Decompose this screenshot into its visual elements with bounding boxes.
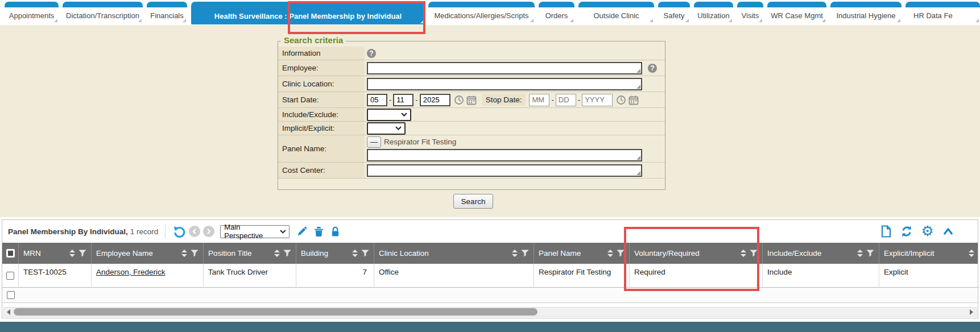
employee-link[interactable]: Anderson, Frederick (96, 268, 166, 276)
pencil-icon (296, 226, 307, 237)
new-document-icon[interactable] (880, 225, 892, 238)
next-page-button[interactable] (203, 226, 214, 237)
header-cell-include-exclude: Include/Exclude (763, 243, 879, 264)
header-checkbox-cell (2, 243, 19, 264)
remove-panel-button[interactable]: — (367, 136, 381, 148)
scroll-left-button[interactable] (4, 308, 13, 316)
scroll-right-button[interactable] (967, 308, 976, 316)
stop-month-input[interactable] (529, 94, 549, 106)
sort-icon[interactable] (181, 250, 187, 257)
sort-icon[interactable] (274, 250, 280, 257)
employee-input[interactable] (367, 62, 642, 74)
dropdown-chevron-icon (395, 126, 402, 130)
gear-icon[interactable]: ⚙ (921, 226, 934, 237)
column-label: Explicit/Implicit (884, 249, 934, 258)
delete-perspective-button[interactable] (314, 226, 324, 237)
sort-icon[interactable] (969, 250, 974, 257)
tab-safety[interactable]: Safety (658, 2, 690, 23)
sort-icon[interactable] (741, 250, 746, 257)
stop-year-input[interactable] (582, 94, 613, 106)
tab-label: Medications/Allergies/Scripts (434, 11, 528, 20)
filter-funnel-icon[interactable] (283, 250, 291, 257)
row-checkbox[interactable] (6, 272, 14, 280)
column-label: Voluntary/Required (634, 249, 700, 258)
tab-utilization[interactable]: Utilization (694, 2, 733, 23)
tab-label: WR Case Mgmt (771, 11, 823, 20)
filter-funnel-icon[interactable] (521, 250, 529, 257)
tab-label: Utilization (697, 11, 729, 20)
next-icon (206, 228, 212, 235)
empty-table-row (2, 288, 978, 303)
lock-icon (330, 226, 340, 237)
tab-medications-allergies-scripts[interactable]: Medications/Allergies/Scripts (428, 2, 535, 23)
edit-perspective-button[interactable] (296, 226, 307, 237)
selected-panel-name: Respirator Fit Testing (384, 138, 456, 146)
column-label: Employee Name (96, 249, 153, 258)
stop-day-input[interactable] (556, 94, 576, 106)
help-icon[interactable]: ? (367, 49, 376, 58)
tab-financials[interactable]: Financials (147, 2, 187, 23)
previous-page-button[interactable] (189, 226, 200, 237)
panel-name-label: Panel Name: (278, 135, 365, 162)
filter-funnel-icon[interactable] (78, 250, 86, 257)
tab-wr-case-mgmt[interactable]: WR Case Mgmt (767, 2, 826, 23)
tab-label: Safety (664, 11, 685, 20)
tab-outside-clinic[interactable]: Outside Clinic (578, 2, 654, 23)
search-criteria-legend: Search criteria (281, 35, 346, 45)
perspective-select[interactable]: Main Perspective (220, 225, 290, 238)
date-separator: - (578, 96, 580, 104)
sort-icon[interactable] (607, 250, 613, 257)
sort-icon[interactable] (512, 250, 518, 257)
perspective-value: Main Perspective (224, 223, 279, 240)
clock-icon[interactable] (616, 95, 626, 105)
start-month-input[interactable] (367, 94, 387, 106)
tab-industrial-hygiene[interactable]: Industrial Hygiene (830, 2, 902, 23)
column-label: Clinic Location (379, 249, 429, 258)
clinic-location-input[interactable] (367, 78, 642, 90)
tab-hr-data-feed[interactable]: HR Data Fe (905, 2, 980, 23)
cell-panel-name: Respirator Fit Testing (534, 264, 630, 288)
start-year-input[interactable] (420, 94, 450, 106)
help-icon[interactable]: ? (648, 64, 657, 73)
form-row-panel-name: Panel Name: — Respirator Fit Testing (278, 135, 665, 163)
cell-explicit-implicit: Explicit (879, 264, 979, 288)
sort-icon[interactable] (352, 250, 358, 257)
sort-icon[interactable] (857, 250, 863, 257)
row-checkbox[interactable] (7, 291, 15, 299)
scrollbar-thumb[interactable] (14, 308, 537, 316)
refresh-icon[interactable] (900, 225, 913, 238)
tab-label: Dictation/Transcription (66, 11, 139, 20)
clock-icon[interactable] (454, 95, 464, 105)
search-button[interactable]: Search (453, 194, 493, 209)
column-label: Panel Name (539, 249, 581, 258)
tab-label: Financials (150, 11, 184, 20)
filter-funnel-icon[interactable] (866, 250, 874, 257)
tab-orders[interactable]: Orders (539, 2, 574, 23)
undo-icon[interactable] (172, 225, 186, 238)
form-row-clinic-location: Clinic Location: (278, 76, 665, 92)
select-all-checkbox[interactable] (6, 249, 15, 258)
start-day-input[interactable] (393, 94, 413, 106)
filter-funnel-icon[interactable] (361, 250, 369, 257)
calendar-icon[interactable] (466, 95, 477, 105)
lock-perspective-button[interactable] (330, 226, 340, 237)
tab-visits[interactable]: Visits (737, 2, 763, 23)
column-label: Include/Exclude (767, 249, 821, 258)
horizontal-scrollbar[interactable] (3, 307, 977, 317)
tab-dictation-transcription[interactable]: Dictation/Transcription (63, 2, 143, 23)
header-cell-mrn: MRN (19, 243, 92, 264)
panel-name-input[interactable] (367, 149, 642, 161)
tab-health-surveillance-panel-membership[interactable]: Health Surveillance : Panel Membership b… (191, 2, 425, 24)
implicit-explicit-select[interactable] (367, 122, 406, 135)
header-cell-building: Building (296, 243, 374, 264)
tab-appointments[interactable]: Appointments (5, 2, 59, 23)
calendar-icon[interactable] (628, 95, 639, 105)
filter-funnel-icon[interactable] (191, 250, 199, 257)
include-exclude-select[interactable] (367, 109, 411, 121)
filter-funnel-icon[interactable] (750, 250, 758, 257)
collapse-icon[interactable] (942, 227, 954, 235)
sort-icon[interactable] (69, 250, 75, 257)
filter-funnel-icon[interactable] (617, 250, 625, 257)
cell-voluntary-required: Required (630, 264, 763, 288)
cost-center-input[interactable] (367, 164, 642, 177)
